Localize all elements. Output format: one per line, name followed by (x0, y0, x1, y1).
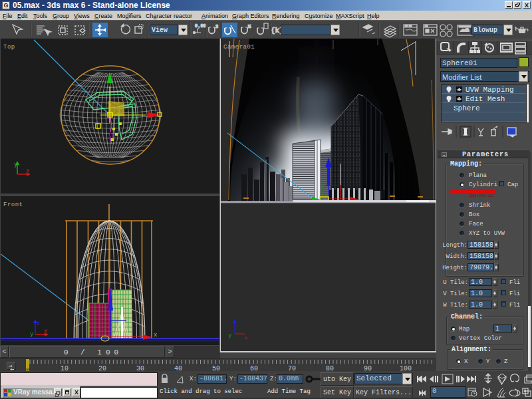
svg-text:z: z (37, 321, 40, 327)
svg-text:3: 3 (215, 24, 218, 29)
svg-text:y: y (228, 332, 232, 339)
svg-text:x: x (44, 328, 47, 334)
svg-text:y: y (14, 162, 18, 168)
svg-text:x: x (244, 335, 247, 342)
svg-text:x: x (26, 168, 29, 174)
svg-text:x: x (154, 332, 157, 338)
svg-text:%: % (248, 24, 251, 29)
svg-text:0.00: 0.00 (195, 23, 206, 29)
svg-text:y: y (30, 331, 34, 338)
